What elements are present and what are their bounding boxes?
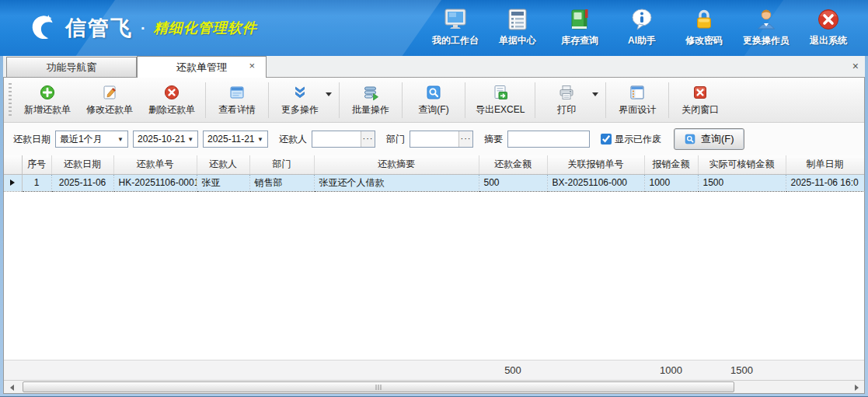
button-label: 查看详情	[218, 103, 256, 117]
tab-close-icon[interactable]: ×	[249, 61, 255, 71]
chevron-down-icon: ▼	[115, 136, 126, 143]
close-window-button[interactable]: 关闭窗口	[671, 80, 729, 120]
cell-amount[interactable]: 500	[479, 174, 547, 191]
ui-design-button[interactable]: 界面设计	[608, 80, 666, 120]
more-actions-icon	[291, 84, 309, 101]
toolbar-separator	[268, 82, 269, 118]
summary-field	[507, 131, 590, 148]
action-label: 更换操作员	[743, 34, 790, 47]
add-icon	[39, 84, 56, 101]
search-icon	[684, 133, 696, 145]
date-to-select[interactable]: 2025-11-21 ▼	[203, 131, 268, 148]
action-label: 单据中心	[499, 34, 536, 47]
col-header[interactable]: 还款摘要	[314, 155, 479, 174]
edit-repayment-button[interactable]: 修改还款单	[78, 80, 141, 120]
person-picker-button[interactable]: ···	[361, 131, 375, 147]
green-book-icon	[567, 7, 592, 32]
person-input[interactable]	[312, 132, 361, 146]
dept-input[interactable]	[410, 132, 458, 146]
toolbar-gripper[interactable]	[9, 83, 12, 117]
row-selector-cell[interactable]	[4, 174, 22, 191]
row-selector-header[interactable]	[4, 155, 22, 174]
cell-expense-amount[interactable]: 1000	[644, 174, 698, 191]
date-preset-select[interactable]: 最近1个月 ▼	[55, 131, 128, 148]
action-document-center[interactable]: 单据中心	[489, 2, 546, 54]
col-header[interactable]: 还款金额	[479, 155, 547, 174]
summary-empty-cell	[786, 360, 864, 380]
tabstrip-close-icon[interactable]: ×	[852, 60, 859, 72]
button-label: 删除还款单	[148, 103, 195, 117]
col-header[interactable]: 报销金额	[644, 155, 698, 174]
cell-summary[interactable]: 张亚还个人借款	[314, 174, 479, 191]
toolbar-separator	[605, 82, 606, 118]
filter-query-button[interactable]: 查询(F)	[674, 128, 744, 150]
col-header[interactable]: 实际可核销金额	[698, 155, 786, 174]
query-button[interactable]: 查询(F)	[405, 80, 462, 120]
more-actions-button[interactable]: 更多操作	[271, 80, 329, 120]
summary-empty-cell	[314, 360, 479, 380]
action-exit-system[interactable]: 退出系统	[800, 2, 857, 54]
col-header[interactable]: 关联报销单号	[547, 155, 644, 174]
cell-writeoff-amount[interactable]: 1500	[698, 174, 786, 191]
horizontal-scrollbar[interactable]	[4, 380, 864, 393]
summary-empty-cell	[547, 360, 644, 380]
chevron-down-icon[interactable]	[326, 92, 332, 96]
summary-empty-cell	[197, 360, 249, 380]
scroll-right-arrow-icon[interactable]	[850, 381, 863, 393]
print-button[interactable]: 打印	[538, 80, 595, 120]
document-list-icon	[505, 7, 530, 32]
col-header[interactable]: 序号	[22, 155, 51, 174]
print-group: 打印	[538, 80, 603, 120]
action-switch-operator[interactable]: 更换操作员	[737, 2, 795, 54]
toolbar-separator	[205, 82, 206, 118]
summary-empty-cell	[249, 360, 314, 380]
scrollbar-thumb[interactable]	[23, 381, 734, 392]
batch-operations-button[interactable]: 批量操作	[342, 80, 399, 120]
scrollbar-grip-icon	[376, 385, 382, 390]
header-row: 序号 还款日期 还款单号 还款人 部门 还款摘要 还款金额 关联报销单号 报销金…	[4, 155, 864, 174]
button-label: 修改还款单	[86, 103, 133, 117]
batch-icon	[362, 84, 379, 101]
col-header[interactable]: 部门	[249, 155, 314, 174]
button-label: 导出EXCEL	[476, 103, 525, 117]
view-detail-button[interactable]: 查看详情	[208, 80, 266, 120]
cell-person[interactable]: 张亚	[197, 174, 249, 191]
date-from-select[interactable]: 2025-10-21 ▼	[133, 131, 198, 148]
detail-icon	[228, 84, 246, 101]
tab-function-navigator[interactable]: 功能导航窗	[6, 57, 137, 77]
dept-picker-button[interactable]: ···	[458, 131, 472, 147]
action-ai-assistant[interactable]: AI助手	[613, 2, 671, 54]
action-my-workbench[interactable]: 我的工作台	[427, 2, 484, 54]
summary-input[interactable]	[508, 131, 589, 147]
table-row[interactable]: 1 2025-11-06 HK-20251106-0001 张亚 销售部 张亚还…	[4, 174, 864, 191]
grid-table: 序号 还款日期 还款单号 还款人 部门 还款摘要 还款金额 关联报销单号 报销金…	[4, 155, 864, 192]
cell-related-doc-no[interactable]: BX-20251106-000	[547, 174, 644, 191]
cell-date[interactable]: 2025-11-06	[51, 174, 113, 191]
summary-total-expense: 1000	[644, 360, 698, 380]
cell-doc-no[interactable]: HK-20251106-0001	[113, 174, 197, 191]
toolbar-separator	[535, 82, 535, 118]
col-header[interactable]: 还款人	[197, 155, 249, 174]
add-repayment-button[interactable]: 新增还款单	[16, 80, 78, 120]
cell-created-at[interactable]: 2025-11-06 16:0	[786, 174, 864, 191]
show-voided-checkbox-input[interactable]	[601, 134, 612, 145]
col-header[interactable]: 制单日期	[786, 155, 864, 174]
col-header[interactable]: 还款日期	[51, 155, 113, 174]
show-voided-label: 显示已作废	[615, 133, 661, 146]
search-icon	[425, 84, 442, 101]
summary-empty-cell	[51, 360, 113, 380]
export-excel-button[interactable]: 导出EXCEL	[468, 80, 532, 120]
cell-dept[interactable]: 销售部	[249, 174, 314, 191]
chevron-down-icon[interactable]	[592, 92, 598, 96]
delete-repayment-button[interactable]: 删除还款单	[141, 80, 203, 120]
show-voided-checkbox[interactable]: 显示已作废	[601, 133, 661, 146]
button-label: 打印	[557, 103, 576, 117]
col-header[interactable]: 还款单号	[113, 155, 197, 174]
filter-bar: 还款日期 最近1个月 ▼ 2025-10-21 ▼ 2025-11-21 ▼ 还…	[4, 123, 864, 155]
scroll-left-arrow-icon[interactable]	[5, 381, 18, 393]
action-inventory-query[interactable]: 库存查询	[551, 2, 608, 54]
tab-repayment-management[interactable]: 还款单管理 ×	[137, 56, 267, 78]
summary-total-writeoff: 1500	[698, 360, 786, 380]
action-change-password[interactable]: 修改密码	[675, 2, 733, 54]
cell-seq[interactable]: 1	[22, 174, 51, 191]
